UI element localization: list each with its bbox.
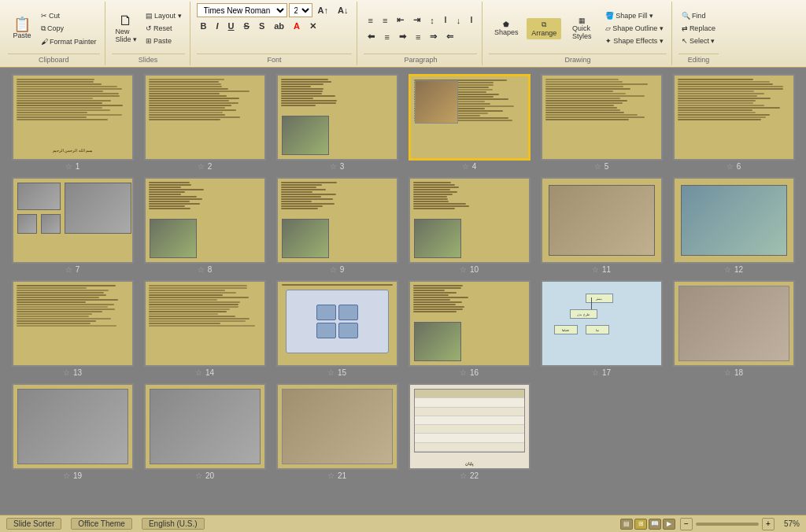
increase-font-button[interactable]: A↑ bbox=[314, 3, 332, 17]
find-button[interactable]: 🔍 Find bbox=[678, 10, 719, 21]
section-button[interactable]: ⊞ Paste bbox=[142, 35, 185, 46]
slide-item[interactable]: ☆9 bbox=[274, 177, 400, 274]
slide-thumbnail[interactable] bbox=[144, 74, 266, 161]
line-spacing-button[interactable]: ↕ bbox=[426, 13, 438, 28]
slide-thumbnail[interactable] bbox=[276, 280, 398, 367]
slide-sorter-view-button[interactable]: ⊞ bbox=[634, 519, 647, 530]
slide-item[interactable]: ☆15 bbox=[274, 280, 400, 377]
smartart-button[interactable]: ⁞ bbox=[466, 13, 477, 28]
shape-effects-button[interactable]: ✦ Shape Effects ▾ bbox=[602, 35, 667, 46]
slide-thumbnail[interactable] bbox=[144, 177, 266, 264]
slide-item[interactable]: پایان☆22 bbox=[406, 383, 532, 480]
format-painter-button[interactable]: 🖌 Format Painter bbox=[38, 36, 100, 47]
underline-button[interactable]: U bbox=[224, 19, 238, 33]
slide-item[interactable]: ☆13 bbox=[9, 280, 135, 377]
layout-button[interactable]: ▤ Layout ▾ bbox=[142, 10, 185, 21]
slide-thumbnail[interactable] bbox=[409, 177, 531, 264]
numbering-button[interactable]: ≡ bbox=[379, 13, 391, 28]
language-tab[interactable]: English (U.S.) bbox=[142, 518, 205, 530]
arrange-button[interactable]: ⧉ Arrange bbox=[527, 18, 561, 39]
indent-less-button[interactable]: ⇤ bbox=[393, 13, 408, 28]
shadow-button[interactable]: S bbox=[255, 19, 268, 33]
slide-number: ☆20 bbox=[195, 471, 214, 480]
bold-button[interactable]: B bbox=[197, 19, 211, 33]
slide-item[interactable]: ☆2 bbox=[142, 74, 268, 171]
shapes-button[interactable]: ⬟ Shapes bbox=[489, 18, 523, 39]
italic-button[interactable]: I bbox=[213, 19, 223, 33]
slide-thumbnail[interactable] bbox=[276, 74, 398, 161]
office-theme-tab[interactable]: Office Theme bbox=[71, 518, 132, 530]
shape-fill-button[interactable]: 🪣 Shape Fill ▾ bbox=[602, 10, 667, 21]
slide-item[interactable]: ☆4 bbox=[406, 74, 532, 171]
slide-item[interactable]: ☆14 bbox=[142, 280, 268, 377]
slide-item[interactable]: ☆19 bbox=[9, 383, 135, 480]
zoom-slider[interactable] bbox=[696, 523, 759, 526]
slide-item[interactable]: ☆8 bbox=[142, 177, 268, 274]
font-size-select[interactable]: 24 bbox=[289, 3, 312, 17]
slide-thumbnail[interactable] bbox=[144, 280, 266, 367]
slide-sorter-tab[interactable]: Slide Sorter bbox=[6, 518, 61, 530]
justify-button[interactable]: ≡ bbox=[412, 30, 424, 44]
slide-item[interactable]: ☆18 bbox=[671, 280, 797, 377]
reset-button[interactable]: ↺ Reset bbox=[142, 23, 185, 34]
slide-item[interactable]: ☆11 bbox=[538, 177, 664, 274]
slide-show-button[interactable]: ▶ bbox=[663, 519, 675, 530]
change-case-button[interactable]: ab bbox=[270, 19, 288, 33]
slide-item[interactable]: ☆5 bbox=[538, 74, 664, 171]
zoom-controls: − + 57% bbox=[680, 518, 800, 530]
slide-thumbnail[interactable]: پایان bbox=[409, 383, 531, 470]
slide-item[interactable]: ☆20 bbox=[142, 383, 268, 480]
select-button[interactable]: ↖ Select ▾ bbox=[678, 35, 719, 46]
slide-item[interactable]: ☆7 bbox=[9, 177, 135, 274]
slide-thumbnail[interactable] bbox=[144, 383, 266, 470]
font-name-select[interactable]: Times New Roman bbox=[197, 3, 287, 17]
slide-thumbnail[interactable] bbox=[12, 383, 134, 470]
slide-thumbnail[interactable]: بسترطرح بدنفضاهانما bbox=[541, 280, 663, 367]
slide-thumbnail[interactable] bbox=[673, 280, 795, 367]
slide-item[interactable]: ☆6 bbox=[671, 74, 797, 171]
slide-thumbnail[interactable] bbox=[276, 383, 398, 470]
zoom-out-button[interactable]: − bbox=[680, 518, 693, 530]
clear-format-button[interactable]: ✕ bbox=[305, 19, 320, 33]
quick-styles-button[interactable]: ▦ QuickStyles bbox=[564, 14, 599, 42]
strikethrough-button[interactable]: S bbox=[240, 19, 253, 33]
ltr-button[interactable]: ⇐ bbox=[442, 30, 457, 44]
slide-thumbnail[interactable] bbox=[409, 280, 531, 367]
slide-item[interactable]: ☆16 bbox=[406, 280, 532, 377]
slide-area[interactable]: بسم الله الرحمن الرحيم☆1☆2☆3☆4☆5☆6☆7☆8☆9… bbox=[0, 68, 806, 515]
copy-button[interactable]: ⧉ Copy bbox=[38, 23, 100, 35]
slide-item[interactable]: ☆10 bbox=[406, 177, 532, 274]
slide-thumbnail[interactable]: بسم الله الرحمن الرحيم bbox=[12, 74, 134, 161]
slide-item[interactable]: بسم الله الرحمن الرحيم☆1 bbox=[9, 74, 135, 171]
columns-button[interactable]: ⁞ bbox=[440, 13, 451, 28]
font-color-button[interactable]: A bbox=[290, 19, 304, 33]
align-left-button[interactable]: ⬅ bbox=[364, 30, 379, 44]
slide-thumbnail[interactable] bbox=[541, 74, 663, 161]
slide-item[interactable]: ☆21 bbox=[274, 383, 400, 480]
cut-button[interactable]: ✂ Cut bbox=[38, 10, 100, 21]
slide-item[interactable]: ☆3 bbox=[274, 74, 400, 171]
slide-thumbnail[interactable] bbox=[409, 74, 531, 161]
slide-thumbnail[interactable] bbox=[12, 177, 134, 264]
reading-view-button[interactable]: 📖 bbox=[649, 519, 661, 530]
replace-button[interactable]: ⇄ Replace bbox=[678, 23, 719, 34]
slide-thumbnail[interactable] bbox=[541, 177, 663, 264]
slide-thumbnail[interactable] bbox=[673, 177, 795, 264]
text-direction-button[interactable]: ↓ bbox=[453, 13, 465, 28]
indent-more-button[interactable]: ⇥ bbox=[409, 13, 424, 28]
new-slide-button[interactable]: 🗋 NewSlide ▾ bbox=[112, 11, 142, 46]
slide-thumbnail[interactable] bbox=[12, 280, 134, 367]
slide-thumbnail[interactable] bbox=[276, 177, 398, 264]
zoom-in-button[interactable]: + bbox=[762, 518, 775, 530]
bullets-button[interactable]: ≡ bbox=[364, 13, 376, 28]
paste-button[interactable]: 📋 Paste bbox=[8, 15, 36, 42]
normal-view-button[interactable]: ▤ bbox=[620, 519, 633, 530]
shape-outline-button[interactable]: ▱ Shape Outline ▾ bbox=[602, 23, 667, 34]
slide-thumbnail[interactable] bbox=[673, 74, 795, 161]
decrease-font-button[interactable]: A↓ bbox=[334, 3, 352, 17]
rtl-button[interactable]: ⇒ bbox=[426, 30, 441, 44]
align-right-button[interactable]: ➡ bbox=[395, 30, 410, 44]
slide-item[interactable]: ☆12 bbox=[671, 177, 797, 274]
align-center-button[interactable]: ≡ bbox=[380, 30, 393, 44]
slide-item[interactable]: بسترطرح بدنفضاهانما☆17 bbox=[538, 280, 664, 377]
